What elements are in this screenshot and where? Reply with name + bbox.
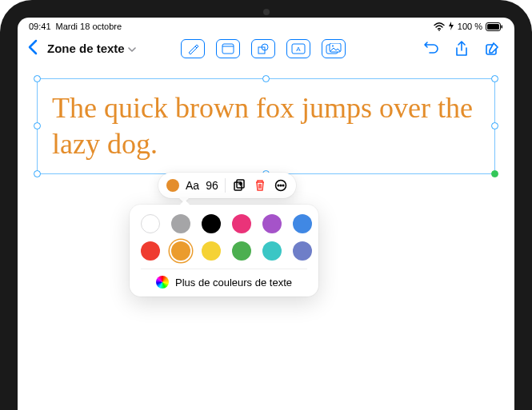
- divider: [225, 178, 226, 193]
- color-swatch[interactable]: [232, 214, 251, 233]
- color-swatch[interactable]: [293, 241, 312, 261]
- resize-handle[interactable]: [262, 75, 270, 82]
- document-title-label: Zone de texte: [47, 42, 125, 55]
- svg-point-20: [280, 185, 282, 186]
- color-swatch[interactable]: [141, 214, 160, 233]
- delete-button[interactable]: [253, 178, 267, 193]
- textbox-content[interactable]: The quick brown fox jumps over the lazy …: [52, 90, 480, 162]
- image-tool-button[interactable]: [322, 39, 346, 58]
- pen-tool-button[interactable]: [181, 39, 205, 58]
- resize-handle[interactable]: [491, 75, 498, 82]
- color-swatch[interactable]: [141, 241, 160, 261]
- document-canvas[interactable]: The quick brown fox jumps over the lazy …: [18, 64, 514, 189]
- color-swatch[interactable]: [262, 241, 282, 261]
- selected-textbox[interactable]: The quick brown fox jumps over the lazy …: [37, 78, 495, 174]
- text-color-button[interactable]: [166, 179, 179, 192]
- svg-point-12: [332, 45, 334, 46]
- font-button[interactable]: Aa: [186, 179, 199, 192]
- wifi-icon: [434, 22, 445, 31]
- color-swatch[interactable]: [171, 241, 190, 261]
- back-button[interactable]: [26, 39, 39, 58]
- svg-rect-4: [222, 44, 234, 54]
- resize-handle[interactable]: [34, 75, 41, 82]
- note-tool-button[interactable]: [216, 39, 240, 58]
- format-toolbar: Aa 96: [158, 173, 296, 198]
- color-swatch[interactable]: [202, 241, 221, 261]
- app-toolbar: Zone de texte A: [18, 34, 514, 64]
- resize-handle[interactable]: [34, 122, 41, 129]
- more-colors-button[interactable]: Plus de couleurs de texte: [141, 269, 307, 289]
- color-swatch-grid: [141, 214, 307, 261]
- status-date: Mardi 18 octobre: [56, 22, 122, 31]
- font-size-button[interactable]: 96: [206, 179, 218, 192]
- textbox-tool-button[interactable]: A: [286, 39, 310, 58]
- color-swatch[interactable]: [202, 214, 221, 233]
- shapes-tool-button[interactable]: [251, 39, 275, 58]
- svg-point-0: [438, 29, 440, 30]
- document-title[interactable]: Zone de texte: [44, 42, 139, 55]
- resize-handle[interactable]: [491, 122, 498, 129]
- undo-button[interactable]: [422, 39, 441, 58]
- more-button[interactable]: [274, 178, 288, 193]
- status-bar: 09:41 Mardi 18 octobre 100 %: [18, 18, 514, 34]
- duplicate-button[interactable]: [232, 178, 246, 193]
- charging-icon: [448, 22, 454, 32]
- svg-text:A: A: [296, 46, 301, 53]
- chevron-down-icon: [128, 44, 136, 54]
- status-time: 09:41: [29, 22, 51, 31]
- share-button[interactable]: [452, 39, 471, 58]
- resize-handle[interactable]: [491, 170, 498, 177]
- color-swatch[interactable]: [262, 214, 282, 233]
- svg-rect-3: [502, 25, 503, 28]
- color-wheel-icon: [156, 276, 169, 289]
- color-swatch[interactable]: [293, 214, 312, 233]
- battery-icon: [486, 22, 503, 31]
- svg-point-19: [278, 185, 279, 186]
- color-swatch[interactable]: [232, 241, 251, 261]
- compose-button[interactable]: [482, 39, 502, 58]
- more-colors-label: Plus de couleurs de texte: [175, 277, 292, 289]
- svg-rect-2: [487, 24, 499, 30]
- resize-handle[interactable]: [34, 170, 41, 177]
- svg-point-21: [282, 185, 284, 186]
- status-battery: 100 %: [458, 22, 482, 31]
- color-swatch[interactable]: [171, 214, 190, 233]
- color-popover: Plus de couleurs de texte: [130, 205, 318, 297]
